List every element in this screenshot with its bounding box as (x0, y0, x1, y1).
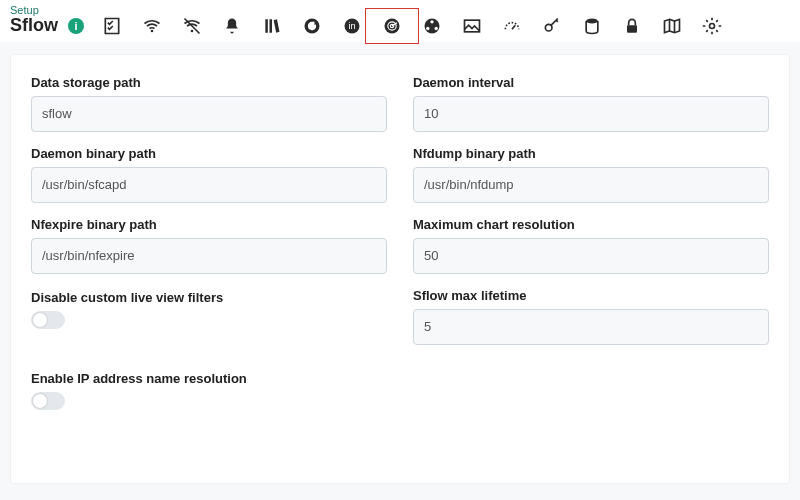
label-max-chart-resolution: Maximum chart resolution (413, 217, 769, 232)
info-icon[interactable]: i (68, 18, 84, 34)
crossed-wifi-icon[interactable] (182, 16, 202, 36)
refresh-icon[interactable] (302, 16, 322, 36)
field-sflow-max-lifetime: Sflow max lifetime (413, 288, 769, 345)
label-data-storage-path: Data storage path (31, 75, 387, 90)
field-daemon-interval: Daemon interval (413, 75, 769, 132)
input-max-chart-resolution[interactable] (413, 238, 769, 274)
svg-rect-15 (627, 25, 637, 32)
toggle-enable-ip-resolution[interactable] (31, 392, 65, 410)
checklist-icon[interactable] (102, 16, 122, 36)
empty-cell (413, 359, 769, 410)
field-nfdump-binary-path: Nfdump binary path (413, 146, 769, 203)
field-daemon-binary-path: Daemon binary path (31, 146, 387, 203)
svg-point-9 (430, 20, 433, 23)
map-icon[interactable] (662, 16, 682, 36)
label-disable-custom-filters: Disable custom live view filters (31, 290, 387, 305)
key-icon[interactable] (542, 16, 562, 36)
toolbar: in (102, 16, 790, 36)
wifi-icon[interactable] (142, 16, 162, 36)
field-data-storage-path: Data storage path (31, 75, 387, 132)
svg-point-10 (426, 27, 429, 30)
settings-grid: Data storage path Daemon interval Daemon… (31, 75, 769, 410)
label-enable-ip-resolution: Enable IP address name resolution (31, 371, 387, 386)
svg-point-11 (435, 27, 438, 30)
page-header: Setup Sflow i in (0, 0, 800, 42)
library-icon[interactable] (262, 16, 282, 36)
svg-point-16 (710, 23, 715, 28)
svg-point-0 (151, 29, 154, 32)
label-daemon-interval: Daemon interval (413, 75, 769, 90)
page-title: Sflow (10, 16, 58, 36)
settings-panel: Data storage path Daemon interval Daemon… (10, 54, 790, 484)
field-enable-ip-resolution: Enable IP address name resolution (31, 359, 387, 410)
bell-icon[interactable] (222, 16, 242, 36)
field-disable-custom-filters: Disable custom live view filters (31, 288, 387, 345)
input-nfdump-binary-path[interactable] (413, 167, 769, 203)
svg-point-14 (586, 18, 598, 23)
input-nfexpire-binary-path[interactable] (31, 238, 387, 274)
input-sflow-max-lifetime[interactable] (413, 309, 769, 345)
title-block: Setup Sflow (10, 4, 58, 36)
label-nfexpire-binary-path: Nfexpire binary path (31, 217, 387, 232)
cluster-icon[interactable] (422, 16, 442, 36)
input-daemon-interval[interactable] (413, 96, 769, 132)
radar-icon[interactable] (382, 16, 402, 36)
field-max-chart-resolution: Maximum chart resolution (413, 217, 769, 274)
gear-icon[interactable] (702, 16, 722, 36)
info-circle-icon[interactable]: in (342, 16, 362, 36)
image-icon[interactable] (462, 16, 482, 36)
input-data-storage-path[interactable] (31, 96, 387, 132)
lock-icon[interactable] (622, 16, 642, 36)
input-daemon-binary-path[interactable] (31, 167, 387, 203)
label-daemon-binary-path: Daemon binary path (31, 146, 387, 161)
toggle-disable-custom-filters[interactable] (31, 311, 65, 329)
svg-text:in: in (348, 21, 355, 31)
label-nfdump-binary-path: Nfdump binary path (413, 146, 769, 161)
storage-icon[interactable] (582, 16, 602, 36)
svg-point-13 (545, 24, 552, 31)
svg-point-1 (191, 29, 194, 32)
label-sflow-max-lifetime: Sflow max lifetime (413, 288, 769, 303)
gauge-icon[interactable] (502, 16, 522, 36)
field-nfexpire-binary-path: Nfexpire binary path (31, 217, 387, 274)
